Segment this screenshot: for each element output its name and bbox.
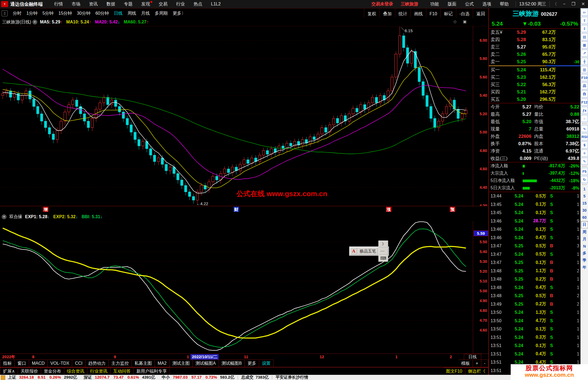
- tick-row[interactable]: 13:485.250.5万B2: [491, 292, 579, 300]
- tick-row[interactable]: 13:455.240.1万S1: [491, 200, 579, 209]
- menu-item-选项[interactable]: 选项: [478, 2, 495, 6]
- toolbar-button-标记[interactable]: 标记: [440, 8, 456, 19]
- close-button[interactable]: ✕: [578, 2, 588, 6]
- event-badge-财[interactable]: 财: [234, 207, 239, 212]
- tick-row[interactable]: 13:475.250.1万B1: [491, 259, 579, 267]
- menu-item-交易[interactable]: 交易: [154, 2, 172, 6]
- side-period-60[interactable]: 60: [581, 214, 588, 221]
- period-5分钟[interactable]: 5分钟: [40, 11, 56, 16]
- table-icon[interactable]: ▦: [581, 41, 588, 48]
- toolbar-button-返回[interactable]: 返回: [473, 8, 488, 19]
- period-30分钟[interactable]: 30分钟: [75, 11, 93, 16]
- f5-icon[interactable]: F5: [581, 168, 588, 175]
- tick-row[interactable]: 13:505.244.7万S1: [491, 317, 579, 325]
- event-badge-涨[interactable]: 涨: [386, 207, 391, 212]
- down-icon[interactable]: ⇩: [581, 25, 588, 32]
- f10-icon[interactable]: F10: [581, 74, 588, 81]
- tab-趋势动力[interactable]: 趋势动力: [85, 360, 109, 367]
- tick-row[interactable]: 13:515.240.4万S1: [491, 350, 579, 358]
- menu-item-资讯[interactable]: 资讯: [85, 2, 102, 6]
- refresh-icon[interactable]: ↻: [581, 176, 588, 183]
- tab-侧边栏《[interactable]: 侧边栏《: [465, 367, 488, 375]
- toolbar-button-画线[interactable]: 画线: [411, 8, 426, 19]
- menu-item-专题[interactable]: 专题: [120, 2, 137, 6]
- period-日线[interactable]: 日线: [111, 11, 125, 16]
- tab-button--[interactable]: -: [481, 360, 488, 367]
- tab-MA2[interactable]: MA2: [155, 360, 170, 367]
- period-更多〉[interactable]: 更多〉: [170, 11, 188, 16]
- toolbar-button-复权[interactable]: 复权: [364, 8, 379, 19]
- tab-资金分布[interactable]: 资金分布: [41, 367, 64, 375]
- toolbar-button-统计[interactable]: 统计: [395, 8, 411, 19]
- rsi-icon[interactable]: RSI: [581, 133, 588, 140]
- toolbar-button-叠加[interactable]: 叠加: [379, 8, 395, 19]
- tab-私募主图[interactable]: 私募主图: [132, 360, 155, 367]
- side-period-N[interactable]: N: [581, 243, 588, 250]
- event-badge-增[interactable]: 增: [43, 207, 48, 212]
- tick-row[interactable]: 13:465.2428.7万S9: [491, 217, 579, 226]
- tab-图文F10[interactable]: 图文F10: [443, 367, 465, 375]
- tab-测试幅图A[interactable]: 测试幅图A: [193, 360, 219, 367]
- side-period-月[interactable]: 月: [581, 236, 588, 242]
- tick-list[interactable]: 13:445.240.5万S113:455.240.1万S113:455.240…: [489, 192, 581, 375]
- tab-更多[interactable]: 更多: [245, 360, 259, 367]
- tab-button-+[interactable]: +: [473, 360, 481, 367]
- tab-MACD[interactable]: MACD: [29, 360, 48, 367]
- side-period-15[interactable]: 15: [581, 200, 588, 206]
- menu-item-市场[interactable]: 市场: [67, 2, 85, 6]
- tab-VOL-TDX[interactable]: VOL-TDX: [48, 360, 72, 367]
- toolbar-button-F10[interactable]: F10: [426, 8, 440, 19]
- money-icon[interactable]: $: [581, 141, 588, 148]
- period-1分钟[interactable]: 1分钟: [24, 11, 40, 16]
- side-period-年[interactable]: 年: [581, 264, 588, 271]
- chevron-down-icon[interactable]: ▾: [2, 214, 7, 219]
- ime-button[interactable]: ⌨: [378, 255, 388, 262]
- tab-CCI[interactable]: CCI: [72, 360, 85, 367]
- tick-row[interactable]: 13:505.240.1万S1: [491, 325, 579, 333]
- zixuan-icon[interactable]: 自: [581, 90, 588, 98]
- tick-row[interactable]: 13:475.240.5万S1: [491, 250, 579, 259]
- ime-name[interactable]: 极品五笔: [358, 248, 378, 255]
- back-icon[interactable]: ⇦: [581, 9, 588, 16]
- tick-row[interactable]: 13:465.240.4万S1: [491, 234, 579, 242]
- tab-综合资讯[interactable]: 综合资讯: [64, 367, 87, 375]
- side-period-多[interactable]: 多: [581, 250, 588, 257]
- window-split-icon[interactable]: ▯: [2, 10, 8, 16]
- chevron-down-icon[interactable]: ▾: [32, 20, 37, 25]
- pencil-icon[interactable]: ✎: [581, 158, 588, 165]
- tick-row[interactable]: 13:495.250.2万B2: [491, 300, 579, 309]
- side-period-周[interactable]: 周: [581, 229, 588, 235]
- tick-row[interactable]: 13:445.240.5万S1: [491, 192, 579, 200]
- tab-行业资讯[interactable]: 行业资讯: [87, 367, 111, 375]
- tick-row[interactable]: 13:515.240.1万S1: [491, 342, 579, 350]
- minimize-button[interactable]: −: [560, 2, 568, 6]
- news-icon[interactable]: ▥: [581, 66, 588, 73]
- tab-互动问答[interactable]: 互动问答: [111, 367, 134, 375]
- menu-item-行情[interactable]: 行情: [50, 2, 67, 6]
- tab-指标[interactable]: 指标: [0, 360, 15, 367]
- period-月线[interactable]: 月线: [139, 11, 152, 16]
- menu-item-帮助[interactable]: 帮助: [495, 2, 513, 6]
- login-status[interactable]: 交易未登录: [371, 1, 393, 7]
- menu-item-行业[interactable]: 行业: [172, 2, 189, 6]
- move-icon[interactable]: ✛: [581, 150, 588, 157]
- formula-icon[interactable]: ƒx: [581, 107, 588, 114]
- report-icon[interactable]: ▤: [581, 33, 588, 40]
- f12-icon[interactable]: F12: [581, 99, 588, 106]
- tick-row[interactable]: 13:475.250.5万B3: [491, 242, 579, 250]
- trend-icon[interactable]: ↗: [581, 50, 588, 57]
- menu-item-功能[interactable]: 功能: [426, 2, 443, 6]
- period-周线[interactable]: 周线: [125, 11, 139, 16]
- chart-corner-icons[interactable]: ◇ ▣: [454, 19, 469, 24]
- side-period-季[interactable]: 季: [581, 257, 588, 264]
- side-period-1[interactable]: 1: [581, 186, 588, 192]
- circle-icon[interactable]: ○: [581, 115, 588, 122]
- period-15分钟[interactable]: 15分钟: [56, 11, 75, 16]
- tab-扩展∧[interactable]: 扩展∧: [0, 367, 18, 375]
- tab-主力监控[interactable]: 主力监控: [109, 360, 132, 367]
- wave-icon[interactable]: ∿: [581, 125, 588, 132]
- period-box[interactable]: 日线: [464, 354, 481, 360]
- menu-item-数据[interactable]: 数据: [102, 2, 120, 6]
- tab-button-模板[interactable]: 模板: [458, 360, 473, 367]
- up-icon[interactable]: ⇧: [581, 17, 588, 24]
